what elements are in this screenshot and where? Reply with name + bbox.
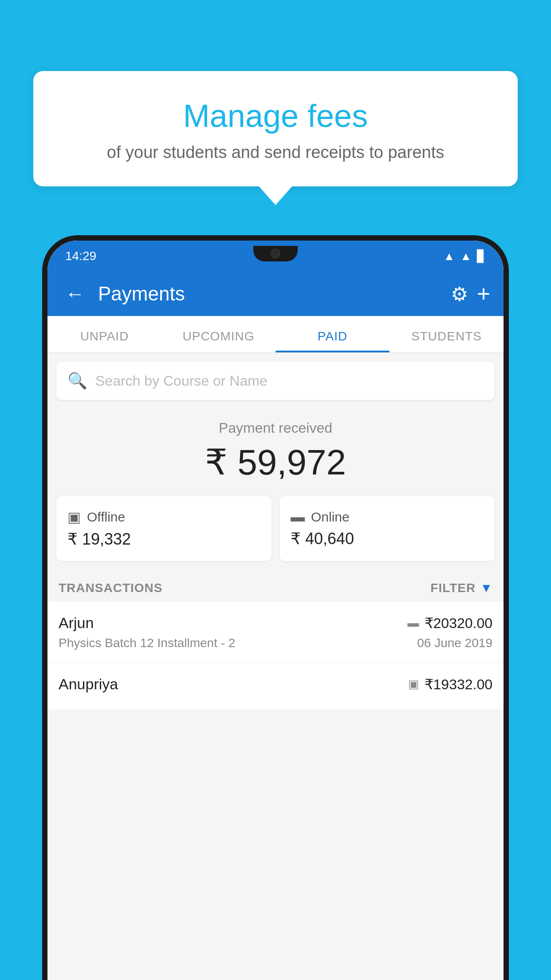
status-time: 14:29 [65, 249, 96, 263]
signal-icon: ▲ [460, 249, 472, 263]
phone-frame: 14:29 ▲ ▲ ▊ ← Payments UNPAID UPCOMING [42, 235, 509, 980]
front-camera [271, 249, 280, 258]
tab-unpaid[interactable]: UNPAID [47, 316, 161, 352]
online-payment-icon: ▬ [408, 616, 419, 630]
transaction-course: Physics Batch 12 Installment - 2 [59, 636, 235, 650]
transaction-amount-container: ▣ ₹19332.00 [408, 676, 492, 693]
settings-icon[interactable] [451, 283, 468, 305]
speech-bubble: Manage fees of your students and send re… [33, 71, 518, 186]
filter-label: FILTER [430, 581, 476, 595]
back-button[interactable]: ← [61, 278, 89, 309]
filter-button[interactable]: FILTER ▼ [430, 581, 492, 595]
tab-students[interactable]: STUDENTS [390, 316, 504, 352]
transaction-amount-container: ▬ ₹20320.00 [408, 615, 492, 632]
transaction-row-1: Anupriya ▣ ₹19332.00 [59, 676, 492, 693]
offline-icon: ▣ [67, 509, 81, 526]
app-bar-actions [451, 281, 490, 307]
transaction-name: Anupriya [59, 676, 118, 693]
transaction-date: 06 June 2019 [417, 636, 492, 650]
transaction-amount: ₹20320.00 [425, 615, 492, 632]
wifi-icon: ▲ [444, 249, 455, 263]
filter-icon: ▼ [480, 581, 492, 595]
transaction-name: Arjun [59, 614, 94, 632]
tab-upcoming[interactable]: UPCOMING [161, 316, 276, 352]
transaction-item[interactable]: Arjun ▬ ₹20320.00 Physics Batch 12 Insta… [47, 602, 504, 663]
bubble-subtitle: of your students and send receipts to pa… [55, 143, 496, 162]
transaction-row-1: Arjun ▬ ₹20320.00 [59, 614, 492, 632]
search-input[interactable]: Search by Course or Name [95, 373, 268, 389]
transactions-label: TRANSACTIONS [59, 581, 162, 595]
transaction-amount: ₹19332.00 [425, 676, 492, 693]
transactions-header: TRANSACTIONS FILTER ▼ [47, 572, 504, 602]
search-bar[interactable]: 🔍 Search by Course or Name [56, 362, 495, 400]
offline-card-header: ▣ Offline [67, 509, 260, 526]
status-icons: ▲ ▲ ▊ [444, 249, 486, 263]
add-button[interactable] [477, 281, 490, 307]
bubble-title: Manage fees [55, 98, 496, 134]
payment-received-label: Payment received [56, 420, 495, 436]
online-amount: ₹ 40,640 [291, 530, 484, 548]
payment-cards: ▣ Offline ₹ 19,332 ▬ Online ₹ 40,640 [56, 496, 495, 561]
offline-payment-icon: ▣ [408, 677, 419, 691]
offline-amount: ₹ 19,332 [67, 530, 260, 549]
transaction-item[interactable]: Anupriya ▣ ₹19332.00 [47, 663, 504, 710]
online-card-header: ▬ Online [291, 509, 484, 525]
tab-paid[interactable]: PAID [276, 316, 390, 352]
tabs-bar: UNPAID UPCOMING PAID STUDENTS [47, 316, 504, 353]
total-payment-amount: ₹ 59,972 [56, 442, 495, 483]
app-bar: ← Payments [47, 272, 504, 316]
phone-notch [253, 246, 298, 261]
online-label: Online [311, 510, 350, 525]
payment-summary: Payment received ₹ 59,972 [47, 400, 504, 496]
phone-screen: 14:29 ▲ ▲ ▊ ← Payments UNPAID UPCOMING [47, 241, 504, 980]
app-bar-title: Payments [98, 283, 442, 305]
main-content: 🔍 Search by Course or Name Payment recei… [47, 362, 504, 710]
offline-label: Offline [87, 510, 125, 525]
battery-icon: ▊ [477, 249, 486, 263]
online-payment-card: ▬ Online ₹ 40,640 [279, 496, 495, 561]
transaction-row-2: Physics Batch 12 Installment - 2 06 June… [59, 636, 492, 650]
online-icon: ▬ [291, 509, 305, 525]
search-icon: 🔍 [67, 371, 87, 390]
offline-payment-card: ▣ Offline ₹ 19,332 [56, 496, 272, 561]
